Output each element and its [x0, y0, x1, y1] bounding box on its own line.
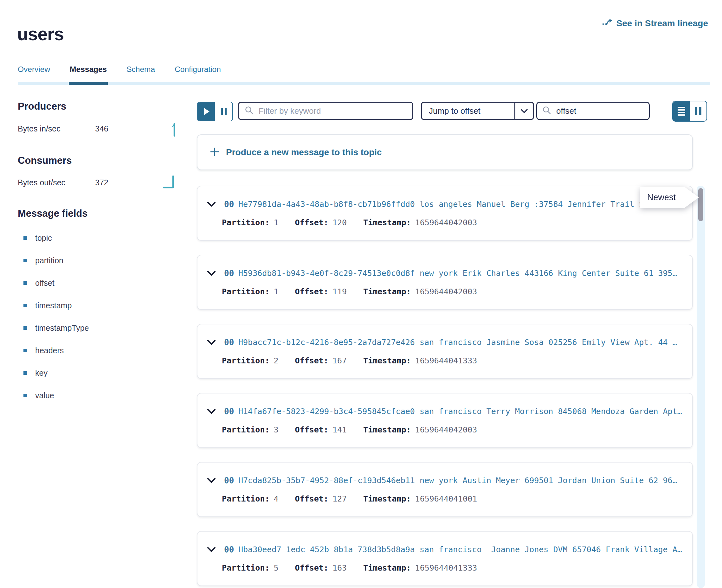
expand-chevron-icon[interactable] [207, 271, 216, 277]
chevron-down-icon [520, 109, 528, 113]
view-mode-toggle [672, 101, 707, 122]
select-chevron-zone[interactable] [514, 103, 533, 119]
bytes-in-label: Bytes in/sec [18, 124, 61, 133]
timestamp-value: 1659644042003 [415, 287, 477, 296]
lineage-link-label: See in Stream lineage [616, 18, 708, 28]
expand-chevron-icon[interactable] [207, 547, 216, 554]
partition-value: 4 [274, 494, 279, 503]
message-row-5[interactable]: 00 Hba30eed7-1edc-452b-8b1a-738d3b5d8a9a… [197, 531, 693, 586]
play-button[interactable] [198, 102, 215, 121]
messages-scrollbar-track[interactable] [697, 186, 705, 588]
stream-lineage-arrows-icon [602, 18, 613, 29]
partition-label: Partition: [222, 494, 270, 503]
expand-chevron-icon[interactable] [207, 478, 216, 485]
timestamp-value: 1659644042003 [415, 218, 477, 227]
search-icon [542, 106, 551, 116]
column-view-button[interactable] [690, 101, 706, 121]
tab-overview[interactable]: Overview [18, 65, 50, 85]
pause-button[interactable] [215, 102, 232, 121]
offset-search-input[interactable] [556, 106, 663, 116]
bullet-square-icon [23, 394, 27, 397]
tab-underline-track [18, 82, 710, 85]
produce-message-label: Produce a new message to this topic [226, 147, 382, 158]
offset-label: Offset: [295, 287, 328, 296]
expand-chevron-icon[interactable] [207, 340, 216, 346]
tab-configuration[interactable]: Configuration [174, 65, 221, 85]
timestamp-value: 1659644041333 [415, 563, 477, 572]
message-row-2[interactable]: 00 H9bacc71c-b12c-4216-8e95-2a7da727e426… [197, 324, 693, 379]
partition-label: Partition: [222, 356, 270, 365]
key-value-badge-icon: 00 [224, 200, 234, 209]
message-fields-list: topic partition offset timestamp timesta… [18, 234, 89, 414]
message-row-1[interactable]: 00 H5936db81-b943-4e0f-8c29-74513e0c0d8f… [197, 255, 693, 310]
see-in-stream-lineage-link[interactable]: See in Stream lineage [602, 18, 708, 29]
offset-search-field[interactable] [536, 102, 650, 120]
list-view-icon [678, 107, 685, 115]
offset-value: 120 [332, 218, 347, 227]
partition-value: 5 [274, 563, 279, 572]
offset-value: 141 [332, 425, 347, 434]
jump-to-offset-select[interactable]: Jump to offset [421, 102, 534, 120]
bullet-square-icon [23, 281, 27, 285]
timestamp-value: 1659644041333 [415, 356, 477, 365]
pause-icon [221, 108, 227, 115]
filter-keyword-input[interactable] [258, 106, 412, 116]
field-headers[interactable]: headers [18, 346, 89, 355]
expand-chevron-icon[interactable] [207, 202, 216, 208]
message-summary: H9bacc71c-b12c-4216-8e95-2a7da727e426 sa… [238, 338, 683, 347]
key-value-badge-icon: 00 [224, 269, 234, 278]
message-list: 00 He77981da-4a43-48ab-b8f8-cb71b96ffdd0… [197, 186, 693, 586]
timestamp-label: Timestamp: [363, 287, 411, 296]
newest-tooltip: Newest [640, 187, 699, 208]
field-offset[interactable]: offset [18, 279, 89, 287]
timestamp-label: Timestamp: [363, 218, 411, 227]
field-timestamptype[interactable]: timestampType [18, 324, 89, 332]
timestamp-value: 1659644041001 [415, 494, 477, 503]
key-value-badge-icon: 00 [224, 407, 234, 416]
filter-keyword-field[interactable] [238, 102, 413, 120]
jump-select-value: Jump to offset [422, 106, 510, 116]
producers-sparkline [171, 122, 177, 138]
newest-tooltip-text: Newest [647, 193, 676, 203]
consumers-heading: Consumers [18, 155, 72, 166]
offset-value: 167 [332, 356, 347, 365]
timestamp-label: Timestamp: [363, 494, 411, 503]
consumers-sparkline [163, 174, 178, 190]
message-summary: H7cda825b-35b7-4952-88ef-c193d546eb11 ne… [238, 476, 683, 485]
message-fields-heading: Message fields [18, 208, 88, 219]
message-summary: H5936db81-b943-4e0f-8c29-74513e0c0d8f ne… [238, 269, 683, 278]
play-icon [204, 108, 209, 115]
newest-tooltip-body: Newest [640, 187, 699, 208]
plus-icon [209, 147, 220, 158]
tab-messages[interactable]: Messages [70, 65, 107, 85]
offset-label: Offset: [295, 494, 328, 503]
produce-message-button[interactable]: Produce a new message to this topic [197, 134, 693, 170]
offset-value: 127 [332, 494, 347, 503]
timestamp-label: Timestamp: [363, 425, 411, 434]
field-value[interactable]: value [18, 391, 89, 400]
message-row-0[interactable]: 00 He77981da-4a43-48ab-b8f8-cb71b96ffdd0… [197, 186, 693, 241]
partition-value: 1 [274, 218, 279, 227]
field-partition[interactable]: partition [18, 256, 89, 265]
bytes-out-label: Bytes out/sec [18, 178, 65, 187]
field-timestamp[interactable]: timestamp [18, 301, 89, 310]
message-row-3[interactable]: 00 H14fa67fe-5823-4299-b3c4-595845cfcae0… [197, 393, 693, 448]
offset-label: Offset: [295, 563, 328, 572]
expand-chevron-icon[interactable] [207, 409, 216, 416]
bytes-out-value: 372 [95, 178, 108, 187]
bullet-square-icon [23, 326, 27, 330]
key-value-badge-icon: 00 [224, 545, 234, 554]
partition-value: 3 [274, 425, 279, 434]
timestamp-value: 1659644042003 [415, 425, 477, 434]
offset-value: 119 [332, 287, 347, 296]
tab-schema[interactable]: Schema [126, 65, 155, 85]
timestamp-label: Timestamp: [363, 356, 411, 365]
message-row-4[interactable]: 00 H7cda825b-35b7-4952-88ef-c193d546eb11… [197, 462, 693, 517]
timestamp-label: Timestamp: [363, 563, 411, 572]
messages-scrollbar-thumb[interactable] [698, 188, 703, 221]
field-topic[interactable]: topic [18, 234, 89, 243]
producers-heading: Producers [18, 101, 66, 112]
bullet-square-icon [23, 371, 27, 375]
field-key[interactable]: key [18, 369, 89, 377]
list-view-button[interactable] [673, 101, 690, 121]
